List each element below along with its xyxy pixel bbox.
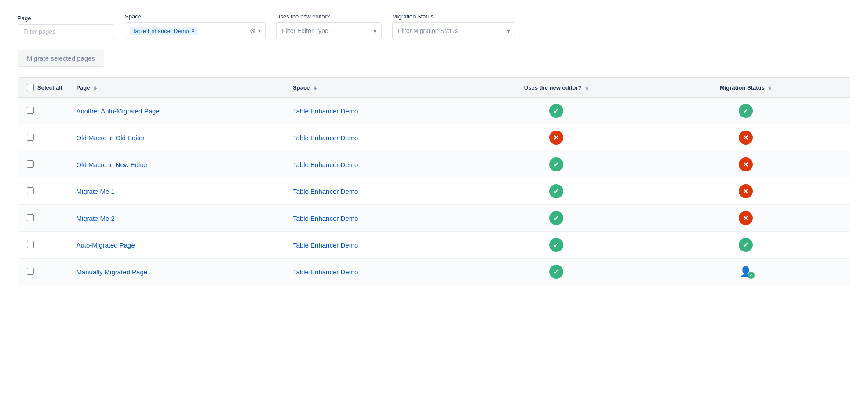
select-all-header: Select all xyxy=(18,78,69,98)
table-row: Migrate Me 2Table Enhancer Demo✓✕ xyxy=(18,205,850,232)
space-tag-remove-icon[interactable]: ✕ xyxy=(191,28,195,34)
migration-manual-icon: 👤✓ xyxy=(737,265,755,279)
space-filter-box[interactable]: Table Enhancer Demo ✕ ⊗ ▾ xyxy=(125,22,266,39)
row-checkbox-cell xyxy=(18,178,69,205)
page-link[interactable]: Manually Migrated Page xyxy=(76,268,147,276)
row-migration-status-cell: ✓ xyxy=(660,98,850,124)
table-header-row: Select all Page ⇅ Space ⇅ Uses the new e… xyxy=(18,78,850,98)
select-all-checkbox[interactable] xyxy=(27,84,34,91)
row-migration-status-cell: 👤✓ xyxy=(660,259,850,285)
row-page-cell: Migrate Me 1 xyxy=(69,178,286,205)
row-migration-status-cell: ✕ xyxy=(660,205,850,232)
row-migration-status-cell: ✕ xyxy=(660,124,850,151)
space-chevron-icon[interactable]: ▾ xyxy=(258,28,261,34)
migration-failure-icon: ✕ xyxy=(739,157,753,171)
new-editor-yes-icon: ✓ xyxy=(549,157,563,171)
space-filter-group: Space Table Enhancer Demo ✕ ⊗ ▾ xyxy=(125,13,266,39)
row-space-cell: Table Enhancer Demo xyxy=(286,259,463,285)
row-checkbox[interactable] xyxy=(27,268,34,275)
space-sort-icon: ⇅ xyxy=(313,86,317,91)
page-filter-input[interactable] xyxy=(18,24,114,39)
row-space-cell: Table Enhancer Demo xyxy=(286,124,463,151)
editor-filter-label: Uses the new editor? xyxy=(276,13,382,20)
space-link[interactable]: Table Enhancer Demo xyxy=(293,107,358,115)
row-checkbox-cell xyxy=(18,232,69,259)
new-editor-yes-icon: ✓ xyxy=(549,184,563,198)
row-checkbox-cell xyxy=(18,151,69,178)
page-link[interactable]: Migrate Me 1 xyxy=(76,188,115,195)
migration-filter-group: Migration Status Filter Migration Status… xyxy=(392,13,515,39)
page-link[interactable]: Migrate Me 2 xyxy=(76,215,115,222)
space-link[interactable]: Table Enhancer Demo xyxy=(293,161,358,168)
filters-row: Page Space Table Enhancer Demo ✕ ⊗ ▾ Use… xyxy=(18,13,850,39)
editor-column-header[interactable]: Uses the new editor? ⇅ xyxy=(463,78,661,98)
row-migration-status-cell: ✕ xyxy=(660,151,850,178)
row-page-cell: Another Auto-Migrated Page xyxy=(69,98,286,124)
row-page-cell: Old Macro in New Editor xyxy=(69,151,286,178)
row-checkbox[interactable] xyxy=(27,214,34,221)
row-checkbox[interactable] xyxy=(27,134,34,141)
space-link[interactable]: Table Enhancer Demo xyxy=(293,215,358,222)
table-row: Old Macro in New EditorTable Enhancer De… xyxy=(18,151,850,178)
mini-check-icon: ✓ xyxy=(748,272,755,279)
editor-filter-select[interactable]: Filter Editor Type Yes No xyxy=(276,22,382,39)
page-link[interactable]: Old Macro in Old Editor xyxy=(76,134,145,142)
row-checkbox-cell xyxy=(18,259,69,285)
row-page-cell: Auto-Migrated Page xyxy=(69,232,286,259)
editor-filter-wrapper: Filter Editor Type Yes No xyxy=(276,22,382,39)
space-link[interactable]: Table Enhancer Demo xyxy=(293,134,358,142)
row-checkbox[interactable] xyxy=(27,187,34,194)
page-filter-label: Page xyxy=(18,15,114,22)
row-space-cell: Table Enhancer Demo xyxy=(286,205,463,232)
page-sort-icon: ⇅ xyxy=(93,86,97,91)
row-space-cell: Table Enhancer Demo xyxy=(286,98,463,124)
new-editor-no-icon: ✕ xyxy=(549,131,563,145)
space-clear-icon[interactable]: ⊗ xyxy=(250,27,255,34)
space-filter-label: Space xyxy=(125,13,266,20)
row-checkbox-cell xyxy=(18,205,69,232)
table-row: Manually Migrated PageTable Enhancer Dem… xyxy=(18,259,850,285)
page-link[interactable]: Old Macro in New Editor xyxy=(76,161,148,168)
row-editor-cell: ✓ xyxy=(463,178,661,205)
pages-table: Select all Page ⇅ Space ⇅ Uses the new e… xyxy=(18,78,850,285)
select-all-label: Select all xyxy=(37,84,62,91)
migration-filter-wrapper: Filter Migration Status Success Failure … xyxy=(392,22,515,39)
migration-filter-select[interactable]: Filter Migration Status Success Failure … xyxy=(392,22,515,39)
table-row: Old Macro in Old EditorTable Enhancer De… xyxy=(18,124,850,151)
table-body: Another Auto-Migrated PageTable Enhancer… xyxy=(18,98,850,285)
status-sort-icon: ⇅ xyxy=(768,86,771,91)
migrate-selected-button[interactable]: Migrate selected pages xyxy=(18,50,104,67)
row-checkbox[interactable] xyxy=(27,107,34,114)
row-migration-status-cell: ✕ xyxy=(660,178,850,205)
table-row: Another Auto-Migrated PageTable Enhancer… xyxy=(18,98,850,124)
migration-failure-icon: ✕ xyxy=(739,211,753,225)
page-column-header[interactable]: Page ⇅ xyxy=(69,78,286,98)
row-checkbox[interactable] xyxy=(27,160,34,168)
migration-status-column-header[interactable]: Migration Status ⇅ xyxy=(660,78,850,98)
row-migration-status-cell: ✓ xyxy=(660,232,850,259)
table-row: Auto-Migrated PageTable Enhancer Demo✓✓ xyxy=(18,232,850,259)
row-editor-cell: ✓ xyxy=(463,259,661,285)
row-editor-cell: ✓ xyxy=(463,151,661,178)
row-editor-cell: ✓ xyxy=(463,205,661,232)
new-editor-yes-icon: ✓ xyxy=(549,238,563,252)
space-link[interactable]: Table Enhancer Demo xyxy=(293,241,358,249)
row-space-cell: Table Enhancer Demo xyxy=(286,151,463,178)
row-page-cell: Old Macro in Old Editor xyxy=(69,124,286,151)
table-row: Migrate Me 1Table Enhancer Demo✓✕ xyxy=(18,178,850,205)
row-editor-cell: ✓ xyxy=(463,232,661,259)
row-checkbox-cell xyxy=(18,124,69,151)
new-editor-yes-icon: ✓ xyxy=(549,104,563,118)
space-link[interactable]: Table Enhancer Demo xyxy=(293,268,358,276)
row-editor-cell: ✕ xyxy=(463,124,661,151)
page-link[interactable]: Another Auto-Migrated Page xyxy=(76,107,159,115)
space-column-header[interactable]: Space ⇅ xyxy=(286,78,463,98)
row-checkbox[interactable] xyxy=(27,241,34,248)
page-filter-group: Page xyxy=(18,15,114,39)
space-link[interactable]: Table Enhancer Demo xyxy=(293,188,358,195)
editor-filter-group: Uses the new editor? Filter Editor Type … xyxy=(276,13,382,39)
migration-failure-icon: ✕ xyxy=(739,184,753,198)
migration-filter-label: Migration Status xyxy=(392,13,515,20)
page-link[interactable]: Auto-Migrated Page xyxy=(76,241,135,249)
pages-table-container: Select all Page ⇅ Space ⇅ Uses the new e… xyxy=(18,77,850,285)
